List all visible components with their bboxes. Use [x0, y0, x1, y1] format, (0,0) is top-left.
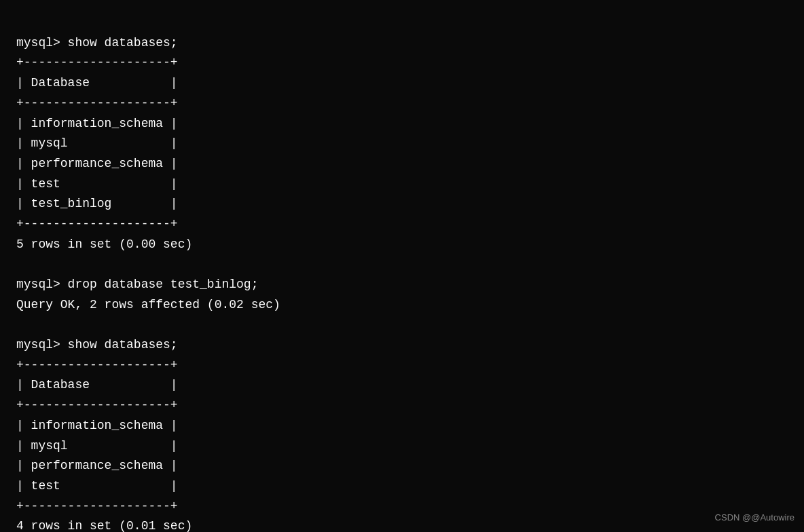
watermark: CSDN @@Autowire: [715, 511, 794, 525]
terminal-line: | performance_schema |: [16, 154, 788, 174]
terminal-line: | Database |: [16, 73, 788, 94]
terminal-line: +--------------------+: [16, 396, 788, 416]
terminal-line: [16, 254, 788, 275]
terminal-line: | mysql |: [16, 436, 788, 457]
terminal-line: | test_binlog |: [16, 194, 788, 214]
terminal-line: | performance_schema |: [16, 456, 788, 476]
terminal-line: mysql> drop database test_binlog;: [16, 275, 788, 295]
terminal-line: +--------------------+: [16, 356, 788, 376]
terminal-line: | information_schema |: [16, 114, 788, 134]
terminal-output: mysql> show databases;+-----------------…: [0, 0, 804, 532]
terminal-line: [16, 315, 788, 335]
terminal-line: +--------------------+: [16, 94, 788, 114]
terminal-line: +--------------------+: [16, 497, 788, 517]
terminal-line: | test |: [16, 476, 788, 497]
terminal-line: 5 rows in set (0.00 sec): [16, 235, 788, 255]
terminal-line: +--------------------+: [16, 214, 788, 235]
terminal-line: +--------------------+: [16, 53, 788, 73]
terminal-line: | test |: [16, 174, 788, 195]
terminal-line: 4 rows in set (0.01 sec): [16, 516, 788, 532]
terminal-line: | Database |: [16, 375, 788, 396]
terminal-line: Query OK, 2 rows affected (0.02 sec): [16, 295, 788, 316]
terminal-line: mysql> show databases;: [16, 33, 788, 54]
terminal-line: | information_schema |: [16, 416, 788, 436]
terminal-line: mysql> show databases;: [16, 335, 788, 356]
terminal-line: | mysql |: [16, 134, 788, 154]
